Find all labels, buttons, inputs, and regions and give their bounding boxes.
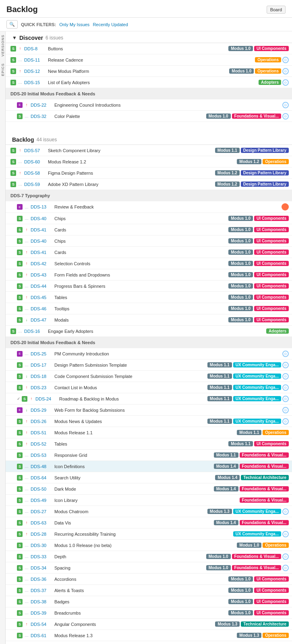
tag-operations[interactable]: Operations (255, 68, 281, 74)
issue-key[interactable]: DDS-25 (31, 351, 53, 356)
table-row[interactable]: S ↑ DDS-57 Sketch Component Library Modu… (6, 145, 292, 156)
tag-modus[interactable]: Modus 1.0 (228, 588, 253, 593)
tag-ui[interactable]: UI Components (254, 250, 289, 255)
table-row[interactable]: S … DDS-40 Chips Modus 1.0 UI Components (6, 235, 292, 247)
tag-foundations[interactable]: Foundations & Visual... (232, 565, 281, 570)
tag-ux[interactable]: UX Community Enga... (233, 531, 281, 537)
table-row[interactable]: S ↑ DDS-8 Buttons Modus 1.0 UI Component… (6, 43, 292, 54)
issue-key[interactable]: DDS-41 (31, 227, 53, 232)
issue-key[interactable]: DDS-40 (31, 216, 53, 221)
table-row[interactable]: S ↑ DDS-43 Form Fields and Dropdowns Mod… (6, 269, 292, 281)
tag-modus[interactable]: Modus 1.2 (215, 170, 240, 175)
tag-operations[interactable]: Operations (263, 633, 289, 638)
tag-modus[interactable]: Modus 1.0 (206, 554, 231, 559)
tag-modus[interactable]: Modus 1.3 (207, 509, 232, 514)
tag-modus[interactable]: Modus 1.0 (228, 283, 253, 289)
tag-modus[interactable]: Modus 1.0 (206, 565, 231, 570)
table-row[interactable]: S … DDS-39 Breadcrumbs Modus 1.0 UI Comp… (6, 607, 292, 619)
tag-modus[interactable]: Modus 1.0 (228, 272, 253, 277)
table-row[interactable]: S … DDS-30 Modus 1.0 Release (no beta) M… (6, 540, 292, 551)
tag-foundations[interactable]: Foundations & Visual... (240, 452, 289, 458)
tag-ui[interactable]: UI Components (254, 295, 289, 300)
tag-ux[interactable]: UX Community Enga... (233, 419, 281, 424)
issue-key[interactable]: DDS-33 (31, 554, 53, 559)
tag-adopters[interactable]: Adopters (266, 328, 289, 334)
tag-modus[interactable]: Modus 1.0 (228, 261, 253, 266)
table-row[interactable]: S … DDS-40 Chips Modus 1.0 UI Components (6, 213, 292, 224)
table-row[interactable]: S … DDS-53 Responsive Grid Modus 1.1 Fou… (6, 450, 292, 461)
tag-modus[interactable]: Modus 1.0 (228, 306, 253, 311)
tag-modus[interactable]: Modus 1.1 (207, 374, 232, 379)
table-row[interactable]: S … DDS-15 List of Early Adopters Adopte… (6, 77, 292, 88)
table-row[interactable]: S ↓ DDS-47 Modals Modus 1.0 UI Component… (6, 314, 292, 326)
table-row[interactable]: S ↑ DDS-26 Modus News & Updates Modus 1.… (6, 416, 292, 427)
issue-key[interactable]: DDS-51 (31, 430, 53, 435)
table-row[interactable]: S … DDS-32 Color Palette Modus 1.0 Found… (6, 111, 292, 122)
issue-key[interactable]: DDS-22 (31, 103, 53, 107)
tag-ui[interactable]: UI Components (254, 46, 289, 51)
table-row[interactable]: S ↑ DDS-51 Modus Release 1.1 Modus 1.1 O… (6, 427, 292, 438)
issue-key[interactable]: DDS-40 (31, 239, 53, 244)
tag-ui[interactable]: UI Components (254, 272, 289, 277)
filter-my-issues[interactable]: Only My Issues (59, 22, 89, 27)
tag-ui[interactable]: UI Components (254, 576, 289, 582)
tag-operations[interactable]: Operations (263, 159, 289, 164)
issue-key[interactable]: DDS-23 (31, 385, 53, 390)
tag-operations[interactable]: Operations (255, 57, 281, 62)
issue-key[interactable]: DDS-27 (31, 509, 53, 514)
table-row[interactable]: E … DDS-25 PM Community Introduction ⊖ (6, 348, 292, 359)
table-row[interactable]: S ↑ DDS-54 Angular Components Modus 1.3 … (6, 619, 292, 630)
tag-ui[interactable]: UI Components (254, 588, 289, 593)
board-button[interactable]: Board (267, 6, 286, 14)
tag-modus[interactable]: Modus 1.0 (228, 216, 253, 221)
tag-modus[interactable]: Modus 1.0 (228, 317, 253, 322)
tag-ui[interactable]: UI Components (254, 317, 289, 322)
issue-key[interactable]: DDS-28 (31, 532, 53, 537)
issue-key[interactable]: DDS-43 (31, 272, 53, 277)
table-row[interactable]: S … DDS-37 Alerts & Toasts Modus 1.0 UI … (6, 585, 292, 596)
issue-key[interactable]: DDS-54 (31, 622, 53, 627)
tag-ux[interactable]: UX Community Enga... (233, 509, 281, 514)
table-row[interactable]: S … DDS-34 Spacing Modus 1.0 Foundations… (6, 562, 292, 574)
table-row[interactable]: S ↑ DDS-52 Tables Modus 1.1 UI Component… (6, 438, 292, 450)
tag-adopters[interactable]: Adopters (259, 80, 281, 85)
issue-key[interactable]: DDS-18 (31, 374, 53, 379)
tag-ui[interactable]: UI Components (254, 610, 289, 615)
tag-technical[interactable]: Technical Architecture (241, 621, 289, 627)
table-row[interactable]: S … DDS-36 Accordions Modus 1.0 UI Compo… (6, 574, 292, 585)
table-row[interactable]: S … DDS-46 Tooltips Modus 1.0 UI Compone… (6, 303, 292, 314)
tag-modus[interactable]: Modus 1.0 (228, 576, 253, 582)
table-row[interactable]: S ↑ DDS-63 Data Vis Modus 1.4 Foundation… (6, 517, 292, 528)
issue-key[interactable]: DDS-48 (31, 464, 53, 469)
table-row[interactable]: S … DDS-50 Dark Mode Modus 1.4 Foundatio… (6, 483, 292, 495)
table-row[interactable]: S ↑ DDS-41 Cards Modus 1.0 UI Components (6, 224, 292, 235)
issue-key[interactable]: DDS-44 (31, 284, 53, 289)
issue-key[interactable]: DDS-29 (31, 408, 53, 413)
tag-design-pattern[interactable]: Design Pattern Library (241, 182, 289, 187)
tag-modus[interactable]: Modus 1.1 (215, 148, 240, 153)
table-row[interactable]: S … DDS-33 Depth Modus 1.0 Foundations &… (6, 551, 292, 562)
tag-modus[interactable]: Modus 1.4 (214, 520, 238, 525)
tag-modus[interactable]: Modus 1.4 (214, 486, 238, 491)
tag-ui[interactable]: UI Components (254, 261, 289, 266)
table-row[interactable]: S ↑ DDS-28 Recurring Accessibility Train… (6, 528, 292, 540)
tag-modus[interactable]: Modus 1.0 (229, 68, 254, 74)
table-row[interactable]: S … DDS-16 Engage Early Adopters Adopter… (6, 326, 292, 337)
issue-key[interactable]: DDS-50 (31, 487, 53, 491)
issue-key[interactable]: DDS-52 (31, 442, 53, 446)
tag-ui[interactable]: UI Components (254, 441, 289, 446)
table-row[interactable]: E ↓ DDS-29 Web Form for Backlog Submissi… (6, 405, 292, 416)
tag-modus[interactable]: Modus 1.0 (228, 295, 253, 300)
table-row[interactable]: S … DDS-60 Modus Release 1.2 Modus 1.2 O… (6, 156, 292, 167)
tag-operations[interactable]: Operations (263, 543, 289, 548)
tag-ux[interactable]: UX Community Enga... (233, 374, 281, 379)
tag-modus[interactable]: Modus 1.3 (215, 621, 240, 627)
issue-key[interactable]: DDS-45 (31, 295, 53, 300)
issue-key[interactable]: DDS-32 (31, 114, 53, 119)
tag-modus[interactable]: Modus 1.0 (228, 250, 253, 255)
tag-modus[interactable]: Modus 1.1 (228, 441, 253, 446)
tag-design-pattern[interactable]: Design Pattern Library (241, 148, 289, 153)
tag-foundations[interactable]: Foundations & Visual... (240, 464, 289, 469)
issue-key[interactable]: DDS-58 (24, 171, 46, 175)
tag-foundations[interactable]: Foundations & Visual... (232, 554, 281, 559)
